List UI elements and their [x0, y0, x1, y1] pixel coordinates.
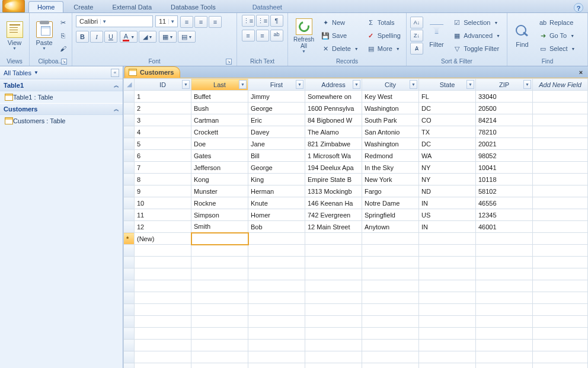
bullets-button[interactable]: ≡ [256, 30, 269, 41]
tab-datasheet[interactable]: Datasheet [244, 1, 291, 12]
select-all-button[interactable]: ◢ [124, 79, 135, 91]
cell-last[interactable]: Doe [191, 138, 248, 150]
cell-first[interactable]: George [248, 103, 305, 114]
col-id[interactable]: ID▼ [135, 79, 191, 91]
cell-empty[interactable] [533, 185, 588, 197]
cell-state[interactable]: NY [419, 162, 476, 174]
row-selector[interactable] [124, 91, 135, 103]
datasheet-grid[interactable]: ◢ ID▼ Last▼ First▼ Address▼ City▼ State▼… [123, 78, 588, 368]
tab-external-data[interactable]: External Data [103, 1, 161, 12]
cell-state[interactable]: WA [419, 150, 476, 162]
align-right-button[interactable]: ≡ [209, 16, 222, 28]
cell-empty[interactable] [533, 221, 588, 233]
cell-zip[interactable]: 20500 [476, 103, 533, 114]
save-record-button[interactable]: 💾Save [318, 30, 362, 41]
dropdown-arrow-icon[interactable]: ▼ [353, 80, 360, 89]
cell-first[interactable]: Herman [248, 185, 305, 197]
cell-address[interactable]: 1 Microsoft Wa [305, 150, 362, 162]
cell-empty[interactable] [533, 138, 588, 150]
row-selector[interactable] [124, 138, 135, 150]
cell-zip[interactable]: 10118 [476, 174, 533, 185]
refresh-all-button[interactable]: Refresh All ▼ [292, 16, 316, 55]
row-selector[interactable] [124, 126, 135, 138]
nav-header[interactable]: All Tables ▼ « [0, 66, 123, 79]
dialog-launcher-icon[interactable]: ↘ [61, 59, 67, 65]
cell-zip[interactable]: 12345 [476, 209, 533, 221]
cell-id[interactable]: 5 [135, 138, 191, 150]
cell-empty[interactable] [533, 114, 588, 126]
cell-city[interactable]: Anytown [362, 221, 419, 233]
cell-empty[interactable] [533, 150, 588, 162]
cell-empty[interactable] [476, 233, 533, 245]
cell-state[interactable]: TX [419, 126, 476, 138]
cell-state[interactable]: ND [419, 185, 476, 197]
cell-city[interactable]: In the Sky [362, 162, 419, 174]
cell-city[interactable]: Redmond [362, 150, 419, 162]
italic-button[interactable]: I [90, 31, 103, 43]
cell-id[interactable]: 4 [135, 126, 191, 138]
dropdown-arrow-icon[interactable]: ▼ [466, 80, 474, 89]
toggle-filter-button[interactable]: ▽Toggle Filter [450, 43, 503, 55]
font-color-button[interactable]: A▼ [120, 31, 138, 43]
cell-zip[interactable]: 20021 [476, 138, 533, 150]
row-selector[interactable] [124, 209, 135, 221]
cell-empty[interactable] [533, 103, 588, 114]
cell-last[interactable]: Cartman [191, 114, 248, 126]
cell-city[interactable]: Fargo [362, 185, 419, 197]
cell-first[interactable]: Jimmy [248, 91, 305, 103]
row-selector[interactable] [124, 103, 135, 114]
cell-city[interactable]: Washington [362, 103, 419, 114]
bold-button[interactable]: B [76, 31, 89, 43]
col-zip[interactable]: ZIP▼ [476, 79, 533, 91]
cell-address[interactable]: Empire State B [305, 174, 362, 185]
table-row[interactable]: 11SimpsonHomer742 EvergreenSpringfieldUS… [124, 209, 588, 221]
gridlines-button[interactable]: ▦▼ [159, 31, 177, 43]
tab-home[interactable]: Home [28, 1, 63, 12]
cell-id[interactable]: 12 [135, 221, 191, 233]
table-row[interactable]: 5DoeJane821 ZimbabweWashingtonDC20021 [124, 138, 588, 150]
cell-city[interactable]: Washington [362, 138, 419, 150]
highlight-button[interactable]: ab [270, 30, 283, 41]
cell-empty[interactable] [362, 233, 419, 245]
cell-state[interactable]: IN [419, 221, 476, 233]
cell-zip[interactable]: 98052 [476, 150, 533, 162]
cell-empty[interactable] [419, 233, 476, 245]
dropdown-arrow-icon[interactable]: ▼ [523, 80, 531, 89]
table-row[interactable]: 7JeffersonGeorge194 Deelux ApaIn the Sky… [124, 162, 588, 174]
cell-first[interactable]: Bill [248, 150, 305, 162]
clear-sort-button[interactable]: A̷ [410, 43, 423, 55]
cell-city[interactable]: Key West [362, 91, 419, 103]
font-name-combo[interactable]: Calibri▼ [76, 15, 153, 27]
cell-state[interactable]: NY [419, 174, 476, 185]
cell-first[interactable]: Jane [248, 138, 305, 150]
cell-id[interactable]: 2 [135, 103, 191, 114]
totals-button[interactable]: ΣTotals [364, 17, 404, 28]
format-painter-button[interactable]: 🖌 [57, 43, 68, 55]
cell-zip[interactable]: 84214 [476, 114, 533, 126]
table-row[interactable]: 9MunsterHerman1313 MockingbFargoND58102 [124, 185, 588, 197]
underline-button[interactable]: U [104, 31, 117, 43]
font-size-combo[interactable]: 11▼ [155, 15, 178, 27]
cell-state[interactable]: CO [419, 114, 476, 126]
table-row[interactable]: 1BuffetJimmySomewhere onKey WestFL33040 [124, 91, 588, 103]
text-direction-button[interactable]: ¶ [270, 15, 283, 27]
cell-state[interactable]: DC [419, 138, 476, 150]
cell-id[interactable]: 8 [135, 174, 191, 185]
cut-button[interactable]: ✂ [57, 17, 68, 28]
cell-state[interactable]: US [419, 209, 476, 221]
cell-empty[interactable] [533, 126, 588, 138]
cell-id[interactable]: 1 [135, 91, 191, 103]
cell-id[interactable]: 6 [135, 150, 191, 162]
table-row[interactable]: 8KongKingEmpire State BNew YorkNY10118 [124, 174, 588, 185]
sort-asc-button[interactable]: A↓ [410, 17, 423, 28]
cell-address[interactable]: 1313 Mockingb [305, 185, 362, 197]
cell-last[interactable]: Bush [191, 103, 248, 114]
doc-tab-customers[interactable]: Customers [124, 66, 180, 78]
cell-empty[interactable] [533, 162, 588, 174]
cell-city[interactable]: San Antonio [362, 126, 419, 138]
table-row[interactable]: 3CartmanEric84 Bigboned WSouth ParkCO842… [124, 114, 588, 126]
cell-state[interactable]: FL [419, 91, 476, 103]
dropdown-arrow-icon[interactable]: ▼ [182, 80, 190, 89]
cell-zip[interactable]: 10041 [476, 162, 533, 174]
cell-zip[interactable]: 33040 [476, 91, 533, 103]
